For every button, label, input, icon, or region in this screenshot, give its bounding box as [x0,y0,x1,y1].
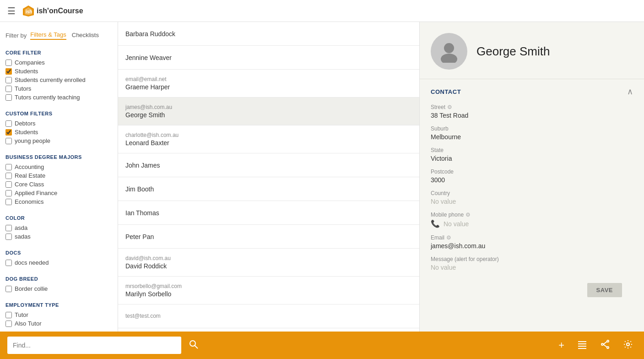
svg-rect-10 [578,348,586,349]
filter-students-enrolled[interactable]: Students currently enrolled [5,76,112,84]
email-gear-icon[interactable]: ⚙ [446,234,451,241]
list-item[interactable]: test@test.com [118,305,419,328]
list-item[interactable]: Peter Pan [118,225,419,249]
core-filter-title: CORE FILTER [5,50,112,55]
list-item[interactable]: david@ish.com.au David Roddick [118,249,419,277]
message-label: Message (alert for operator) [431,256,633,262]
street-value: 38 Test Road [431,112,633,119]
top-bar: ☰ ish ish'onCourse [0,0,644,22]
field-message: Message (alert for operator) No value [431,256,633,271]
country-value: No value [431,198,633,205]
major-core-class-checkbox[interactable] [5,181,12,188]
profile-name: George Smith [476,44,550,59]
filter-companies[interactable]: Companies [5,58,112,67]
hamburger-button[interactable]: ☰ [5,4,17,18]
list-item[interactable]: Jennine Weaver [118,46,419,70]
search-icon [189,339,199,349]
right-panel: George Smith CONTACT ∧ Street ⚙ 38 Test … [420,22,644,332]
custom-young-people[interactable]: young people [5,136,112,145]
list-item[interactable]: email@email.net Graeme Harper [118,70,419,98]
svg-line-15 [603,344,607,347]
docs-needed[interactable]: docs needed [5,258,112,267]
filter-tutors[interactable]: Tutors [5,84,112,93]
contact-email: test@test.com [125,313,412,319]
svg-point-13 [601,343,603,345]
add-button[interactable]: + [555,337,568,353]
dog-border-collie[interactable]: Border collie [5,284,112,293]
color-asda[interactable]: asda [5,223,112,232]
contact-name: Peter Pan [125,233,412,240]
docs-title: DOCS [5,250,112,256]
major-applied-finance-checkbox[interactable] [5,190,12,196]
list-item[interactable]: John James [118,153,419,177]
filter-tutors-teaching[interactable]: Tutors currently teaching [5,93,112,102]
employment-tutor[interactable]: Tutor [5,310,112,319]
major-accounting[interactable]: Accounting [5,163,112,171]
major-economics-checkbox[interactable] [5,199,12,205]
filter-tutors-checkbox[interactable] [5,86,12,92]
search-button[interactable] [187,337,200,354]
list-item[interactable]: Barbara Ruddock [118,22,419,46]
bottom-bar: + [0,332,644,359]
tab-checklists[interactable]: Checklists [72,32,99,39]
filter-tutors-teaching-checkbox[interactable] [5,94,12,101]
employment-tutor-checkbox[interactable] [5,312,12,318]
docs-section: DOCS docs needed [0,244,118,270]
major-core-class[interactable]: Core Class [5,180,112,189]
logo-icon: ish [22,5,35,17]
street-label: Street ⚙ [431,104,633,110]
filter-students-checkbox[interactable] [5,68,12,75]
contact-email: mrsorbello@gmail.com [125,283,412,289]
profile-header: George Smith [420,22,644,79]
custom-debtors-checkbox[interactable] [5,120,12,127]
settings-icon [623,339,633,349]
custom-young-people-checkbox[interactable] [5,138,12,144]
dog-border-collie-checkbox[interactable] [5,286,12,292]
color-sadas[interactable]: sadas [5,232,112,241]
employment-also-tutor-checkbox[interactable] [5,321,12,327]
major-accounting-checkbox[interactable] [5,164,12,170]
filter-students[interactable]: Students [5,67,112,76]
svg-point-12 [607,347,609,348]
list-item[interactable]: Ian Thomas [118,201,419,225]
contact-name: Jennine Weaver [125,54,412,61]
employment-also-tutor[interactable]: Also Tutor [5,319,112,328]
filter-companies-checkbox[interactable] [5,60,12,66]
mobile-gear-icon[interactable]: ⚙ [465,212,471,218]
list-item[interactable]: james@ish.com.au George Smith [118,98,419,125]
list-view-button[interactable] [574,337,591,354]
list-item[interactable]: mrsorbello@gmail.com Marilyn Sorbello [118,277,419,305]
custom-students[interactable]: Students [5,128,112,136]
share-button[interactable] [596,337,614,354]
custom-filters-title: CUSTOM FILTERS [5,111,112,116]
contact-name: Leonard Baxter [125,139,412,147]
street-gear-icon[interactable]: ⚙ [447,104,452,110]
settings-button[interactable] [619,337,637,354]
search-input-wrap [7,337,181,354]
color-sadas-checkbox[interactable] [5,234,12,240]
state-value: Victoria [431,155,633,162]
svg-point-5 [190,341,195,346]
custom-debtors[interactable]: Debtors [5,119,112,128]
docs-needed-checkbox[interactable] [5,260,12,266]
svg-rect-7 [578,341,586,342]
business-degree-title: BUSINESS DEGREE MAJORS [5,154,112,160]
list-item[interactable]: charlotte@ish.com.au Leonard Baxter [118,125,419,153]
major-applied-finance[interactable]: Applied Finance [5,189,112,197]
major-real-estate[interactable]: Real Estate [5,171,112,180]
svg-point-4 [441,54,457,63]
collapse-icon[interactable]: ∧ [627,87,633,97]
postcode-label: Postcode [431,169,633,175]
list-view-icon [577,339,587,349]
list-item[interactable]: Jim Booth [118,177,419,201]
business-degree-section: BUSINESS DEGREE MAJORS Accounting Real E… [0,148,118,209]
save-button[interactable]: SAVE [587,283,622,297]
major-real-estate-checkbox[interactable] [5,173,12,179]
filter-students-enrolled-checkbox[interactable] [5,77,12,83]
logo-text: ish'onCourse [37,7,83,15]
search-input[interactable] [7,337,181,354]
color-asda-checkbox[interactable] [5,225,12,231]
custom-students-checkbox[interactable] [5,129,12,136]
tab-filters-tags[interactable]: Filters & Tags [30,31,66,40]
major-economics[interactable]: Economics [5,197,112,206]
